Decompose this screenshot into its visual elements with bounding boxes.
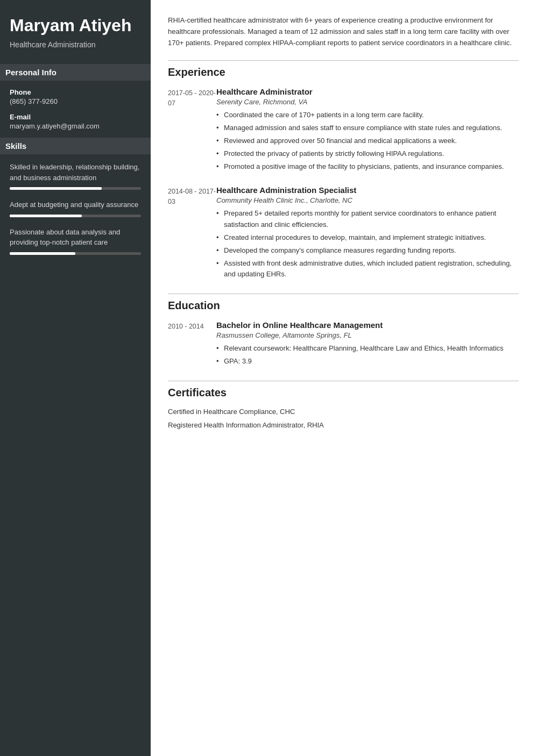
certificate-item-1: Registered Health Information Administra… (168, 421, 519, 429)
exp-bullets-0: Coordinated the care of 170+ patients in… (216, 110, 519, 172)
exp-content-0: Healthcare Administrator Serenity Care, … (216, 87, 519, 174)
exp-bullet-0-2: Reviewed and approved over 50 financial … (216, 135, 519, 147)
edu-school-0: Rasmussen College, Altamonte Springs, FL (216, 331, 519, 339)
candidate-title: Healthcare Administration (10, 40, 141, 49)
experience-entry-1: 2014-08 - 2017-03 Healthcare Administrat… (168, 186, 519, 282)
summary-text: RHIA-certified healthcare administrator … (168, 15, 519, 48)
skill-bar-1 (10, 215, 82, 217)
skills-header: Skills (0, 138, 151, 154)
skill-bar-0 (10, 187, 102, 190)
exp-bullets-1: Prepared 5+ detailed reports monthly for… (216, 208, 519, 280)
exp-bullet-0-0: Coordinated the care of 170+ patients in… (216, 110, 519, 121)
personal-info-header: Personal Info (0, 64, 151, 81)
edu-degree-0: Bachelor in Online Healthcare Management (216, 320, 519, 330)
exp-job-title-0: Healthcare Administrator (216, 87, 519, 96)
edu-bullets-0: Relevant coursework: Healthcare Planning… (216, 343, 519, 367)
exp-dates-0: 2017-05 - 2020-07 (168, 87, 216, 174)
exp-bullet-1-1: Created internal procedures to develop, … (216, 232, 519, 244)
edu-dates-0: 2010 - 2014 (168, 320, 216, 369)
experience-list: 2017-05 - 2020-07 Healthcare Administrat… (168, 87, 519, 282)
exp-bullet-0-4: Promoted a positive image of the facilit… (216, 161, 519, 173)
education-divider (168, 294, 519, 294)
edu-bullet-0-0: Relevant coursework: Healthcare Planning… (216, 343, 519, 354)
skills-list: Skilled in leadership, relationship buil… (10, 162, 141, 255)
education-list: 2010 - 2014 Bachelor in Online Healthcar… (168, 320, 519, 369)
skill-bar-2 (10, 252, 75, 255)
certificates-title: Certificates (168, 387, 519, 399)
skill-text-0: Skilled in leadership, relationship buil… (10, 162, 141, 183)
exp-content-1: Healthcare Administration Specialist Com… (216, 186, 519, 282)
email-label: E-mail (10, 113, 141, 121)
exp-job-title-1: Healthcare Administration Specialist (216, 186, 519, 195)
exp-bullet-1-0: Prepared 5+ detailed reports monthly for… (216, 208, 519, 231)
skill-bar-container-1 (10, 215, 141, 217)
sidebar: Maryam Atiyeh Healthcare Administration … (0, 0, 151, 756)
certificates-divider (168, 381, 519, 381)
exp-bullet-1-2: Developed the company's compliance measu… (216, 245, 519, 256)
phone-label: Phone (10, 88, 141, 96)
exp-bullet-0-1: Managed admission and sales staff to ens… (216, 123, 519, 134)
main-content: RHIA-certified healthcare administrator … (151, 0, 536, 756)
experience-divider (168, 60, 519, 61)
exp-company-0: Serenity Care, Richmond, VA (216, 98, 519, 106)
skill-item-2: Passionate about data analysis and provi… (10, 227, 141, 255)
certificates-list: Certified in Healthcare Compliance, CHCR… (168, 408, 519, 429)
education-title: Education (168, 299, 519, 312)
skill-text-1: Adept at budgeting and quality assurance (10, 199, 141, 210)
exp-bullet-0-3: Protected the privacy of patients by str… (216, 148, 519, 160)
skill-bar-container-0 (10, 187, 141, 190)
skill-bar-container-2 (10, 252, 141, 255)
experience-title: Experience (168, 66, 519, 79)
education-entry-0: 2010 - 2014 Bachelor in Online Healthcar… (168, 320, 519, 369)
skill-item-0: Skilled in leadership, relationship buil… (10, 162, 141, 190)
exp-company-1: Community Health Clinic Inc., Charlotte,… (216, 196, 519, 204)
skill-text-2: Passionate about data analysis and provi… (10, 227, 141, 248)
edu-bullet-0-1: GPA: 3.9 (216, 356, 519, 367)
phone-value: (865) 377-9260 (10, 97, 141, 105)
edu-content-0: Bachelor in Online Healthcare Management… (216, 320, 519, 369)
candidate-name: Maryam Atiyeh (10, 16, 141, 35)
exp-bullet-1-3: Assisted with front desk administrative … (216, 258, 519, 281)
email-value: maryam.y.atiyeh@gmail.com (10, 122, 141, 130)
certificate-item-0: Certified in Healthcare Compliance, CHC (168, 408, 519, 416)
skill-item-1: Adept at budgeting and quality assurance (10, 199, 141, 217)
experience-entry-0: 2017-05 - 2020-07 Healthcare Administrat… (168, 87, 519, 174)
exp-dates-1: 2014-08 - 2017-03 (168, 186, 216, 282)
